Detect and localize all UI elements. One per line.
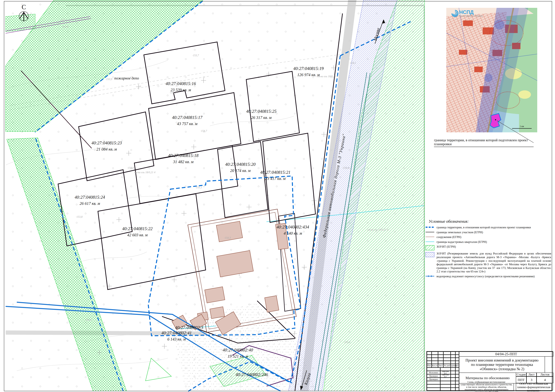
zouit-violet-icon [425, 252, 435, 257]
elevation-label: ·155,1 [195, 186, 202, 189]
tb-name-cell [440, 377, 451, 381]
legend: Условные обозначения: граница территории… [425, 218, 553, 280]
parcel-area-label: 43 757 кв. м [177, 121, 197, 126]
parcel-area-label: 20 174 кв. м [230, 168, 251, 173]
tb-empty-cell [443, 358, 451, 361]
parcel-id-label: 40:27:040802:434 [277, 225, 309, 229]
scheme-caption: Схема, отображающая местоположение сущес… [459, 383, 514, 391]
legend-item: сооружения (ЕГРН) [425, 235, 553, 239]
tb-column-header: Изм. [427, 364, 432, 368]
sheet: С Москва Калуга Федеральная автомобильна… [0, 0, 555, 392]
parcel-area-label: 31 482 кв. м [173, 160, 193, 164]
tb-empty-cell [455, 355, 459, 358]
tb-empty-cell [451, 381, 455, 384]
tb-empty-cell [451, 384, 455, 388]
parcel-id-label: 40:27:040815:23 [92, 140, 122, 145]
legend-item: ЗОУИТ (ЕГРН) [425, 245, 553, 251]
parcel-id-label: 40:27:040815:20 [225, 162, 256, 167]
company-name: ООО «АО «Обнинская химико-фармацевтическ… [516, 383, 552, 391]
nspd-logo-subtext: Единая цифровая платформа [459, 15, 483, 17]
tb-empty-cell [451, 355, 455, 358]
zouit-green-icon [425, 245, 435, 251]
elevation-label: сосна ель 18/0,21 4 [134, 171, 155, 174]
parcel-area-label: 23 539 кв. м [171, 87, 191, 92]
elevation-label: ·154,3 [224, 236, 231, 239]
tb-empty-cell [432, 358, 438, 361]
parcel-id-label: 40:27:040815:21 [260, 170, 291, 175]
parcel-area-label: 19 521 кв. м [228, 354, 248, 358]
tb-empty-cell [427, 368, 440, 371]
elevation-label: ·127,1 [60, 18, 67, 21]
parcel-id-label: 40:27:040815:16 [166, 81, 196, 86]
tb-empty-cell [432, 361, 438, 364]
parcel-id-label: 40:27:040815:19 [293, 66, 324, 71]
legend-item-label: границы земельных участков (ЕГРН) [437, 231, 483, 234]
parcel-id-label: 40:27:040802:40 [223, 348, 253, 352]
tb-empty-cell [455, 377, 459, 381]
tb-stage-header: Листов [537, 373, 553, 377]
tb-empty-cell [443, 361, 451, 364]
tb-empty-cell [427, 352, 432, 355]
tb-stage-header: Стадия [516, 373, 526, 377]
tb-column-header: Кол.уч [432, 364, 438, 368]
nspd-logo-text: НСПД [459, 9, 474, 15]
legend-item: водопровод подлежит переносу/сносу (опре… [425, 275, 553, 278]
tb-role-cell: Проверил [427, 377, 440, 381]
elevation-label: сосна ель 18/0,21 4 [367, 228, 388, 231]
tb-empty-cell [440, 384, 451, 388]
tb-empty-cell [432, 355, 438, 358]
legend-item-label: ЗОУИТ (Резервирование земель для нужд Ро… [437, 252, 551, 273]
tb-empty-cell [455, 388, 459, 391]
elevation-label: ·155,4 [343, 341, 350, 344]
tb-empty-cell [438, 358, 443, 361]
parcel-id-label: 40:27:040815:25 [246, 109, 277, 114]
legend-item-label: ЗОУИТ (ЕГРН) [437, 245, 456, 249]
legend-title: Условные обозначения: [429, 219, 553, 224]
tb-empty-cell [455, 381, 459, 384]
tb-stage-header: Лист [526, 373, 537, 377]
tb-role-cell: Проверил [427, 374, 440, 377]
elevation-label: сосна ель 18/0,21 4 [317, 75, 338, 78]
tb-empty-cell [427, 388, 440, 391]
doc-number: 04/04-25-ППТ [459, 352, 553, 357]
tb-empty-cell [432, 352, 438, 355]
tb-role-cell: Исполнил [427, 371, 440, 374]
parcel-id-label: 40:27:040815:18 [168, 153, 198, 158]
structure-line-icon [425, 235, 435, 238]
parcel-id-label: 40:27:040815:17 [172, 115, 203, 120]
parcel-area-label: 26 317 кв. м [251, 115, 271, 120]
tb-empty-cell [427, 384, 440, 388]
inset-caption: граница территории, в отношении которой … [434, 138, 533, 147]
elevation-label: песок [62, 25, 69, 28]
title-block: 04/04-25-ППТ Проект внесения изменений в… [426, 351, 553, 391]
tb-empty-cell [455, 374, 459, 377]
parcel-line-icon [425, 231, 435, 234]
parcel-area-label: 42 603 кв. м [127, 233, 148, 237]
tb-empty-cell [455, 361, 459, 364]
tb-empty-cell [451, 388, 455, 391]
parcel-area-label: 26 617 кв. м [80, 201, 100, 206]
elevation-label: ·153,7 [192, 54, 199, 57]
tb-empty-cell [451, 358, 455, 361]
tb-empty-cell [455, 352, 459, 355]
parcel-area-label: 126 974 кв. м [297, 73, 320, 77]
tb-empty-cell [455, 371, 459, 374]
tb-empty-cell [438, 355, 443, 358]
parcel-id-label: 40:27:040815:24 [75, 195, 105, 200]
tb-stage-value: ППТ [516, 377, 526, 383]
boundary-line-icon [425, 226, 435, 229]
tb-empty-cell [451, 352, 455, 355]
north-label: С [22, 3, 26, 11]
tb-column-header: Лист [438, 364, 443, 368]
tb-empty-cell [451, 377, 455, 381]
elevation-label: ·153,8 [76, 215, 82, 218]
water-line-icon [425, 275, 435, 278]
tb-empty-cell [455, 358, 459, 361]
tb-empty-cell [451, 371, 455, 374]
tb-stage-value: 4 [537, 377, 553, 383]
tb-empty-cell [451, 361, 455, 364]
elevation-label: ·154,8 [127, 166, 134, 169]
parcel-area-label: 23 417 кв. м [265, 176, 285, 181]
legend-item-label: сооружения (ЕГРН) [437, 235, 461, 239]
tb-empty-cell [451, 374, 455, 377]
